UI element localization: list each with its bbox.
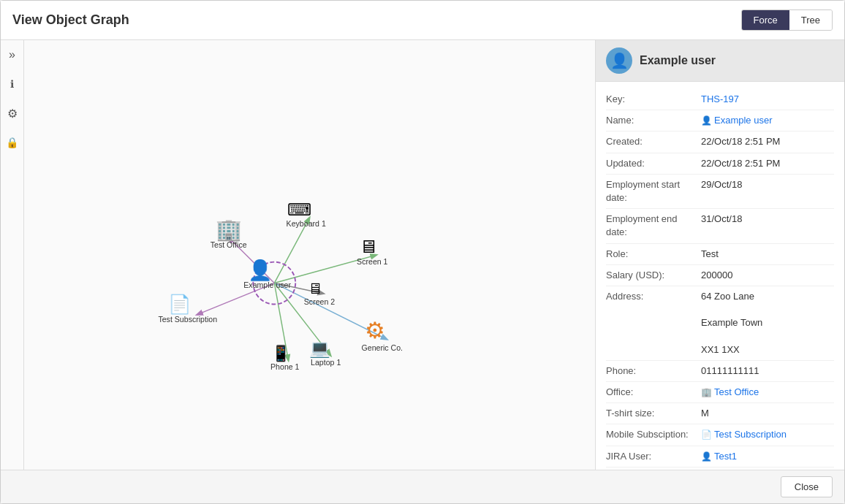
dialog-header: View Object Graph Force Tree [1, 1, 844, 40]
node-example-user[interactable]: 👤 Example user [243, 258, 291, 289]
role-label: Role: [606, 248, 701, 261]
view-object-graph-dialog: View Object Graph Force Tree » ℹ ⚙ 🔒 [0, 0, 845, 504]
updated-value: 22/Oct/18 2:51 PM [701, 157, 834, 170]
phone-label: Phone: [606, 364, 701, 378]
force-button[interactable]: Force [742, 10, 789, 30]
svg-text:Keyboard 1: Keyboard 1 [287, 219, 326, 228]
graph-svg: 🏢 Test Office ⌨ Keyboard 1 🖥 Screen 1 🖥 … [24, 40, 595, 470]
svg-text:💻: 💻 [309, 338, 330, 359]
node-keyboard1[interactable]: ⌨ Keyboard 1 [287, 200, 326, 228]
svg-text:⚙: ⚙ [365, 318, 385, 343]
settings-icon[interactable]: ⚙ [4, 104, 21, 122]
emp-end-value: 31/Oct/18 [701, 213, 834, 239]
dialog-body: » ℹ ⚙ 🔒 [1, 40, 844, 470]
salary-label: Salary (USD): [606, 269, 701, 282]
tshirt-value: M [701, 407, 834, 420]
svg-text:Screen 1: Screen 1 [357, 257, 388, 266]
expand-icon[interactable]: » [4, 46, 21, 64]
avatar: 👤 [606, 47, 632, 74]
svg-text:Example user: Example user [243, 280, 291, 289]
detail-row-key: Key: THS-197 [606, 89, 834, 110]
detail-row-mobile-sub: Mobile Subsciption: 📄Test Subscription [606, 424, 834, 446]
svg-text:📄: 📄 [168, 293, 192, 316]
graph-area[interactable]: 🏢 Test Office ⌨ Keyboard 1 🖥 Screen 1 🖥 … [24, 40, 596, 470]
svg-text:Phone 1: Phone 1 [270, 362, 300, 371]
svg-text:Screen 2: Screen 2 [304, 297, 336, 306]
tshirt-label: T-shirt size: [606, 407, 701, 420]
mobile-sub-label: Mobile Subsciption: [606, 428, 701, 441]
address-value: 64 Zoo Lane Example Town XX1 1XX [701, 290, 834, 356]
emp-start-label: Employment start date: [606, 178, 701, 205]
dialog-title: View Object Graph [12, 12, 129, 28]
mobile-sub-value[interactable]: 📄Test Subscription [701, 428, 834, 441]
updated-label: Updated: [606, 157, 701, 170]
detail-row-jira-user: JIRA User: 👤Test1 [606, 446, 834, 467]
info-icon[interactable]: ℹ [4, 75, 21, 93]
jira-user-label: JIRA User: [606, 450, 701, 463]
lock-icon[interactable]: 🔒 [4, 134, 21, 151]
emp-end-label: Employment end date: [606, 213, 701, 239]
office-value[interactable]: 🏢Test Office [701, 386, 834, 399]
detail-header: 👤 Example user [596, 40, 844, 82]
svg-text:Laptop 1: Laptop 1 [311, 358, 341, 367]
detail-row-created: Created: 22/Oct/18 2:51 PM [606, 131, 834, 153]
salary-value: 200000 [701, 269, 834, 282]
node-screen2[interactable]: 🖥 Screen 2 [304, 280, 336, 306]
node-test-office[interactable]: 🏢 Test Office [211, 217, 247, 249]
svg-text:Test Subscription: Test Subscription [158, 315, 217, 324]
node-screen1[interactable]: 🖥 Screen 1 [357, 236, 388, 265]
node-test-subscription[interactable]: 📄 Test Subscription [158, 293, 217, 323]
svg-text:⌨: ⌨ [287, 200, 311, 219]
close-button[interactable]: Close [781, 476, 833, 497]
svg-text:📱: 📱 [271, 344, 291, 363]
detail-body[interactable]: Key: THS-197 Name: 👤Example user Created… [596, 82, 844, 470]
role-value: Test [701, 248, 834, 261]
node-laptop1[interactable]: 💻 Laptop 1 [309, 338, 341, 367]
emp-start-value: 29/Oct/18 [701, 178, 834, 205]
detail-row-office: Office: 🏢Test Office [606, 382, 834, 403]
dialog-footer: Close [1, 470, 844, 503]
key-value[interactable]: THS-197 [701, 93, 834, 106]
created-value: 22/Oct/18 2:51 PM [701, 135, 834, 148]
office-label: Office: [606, 386, 701, 399]
detail-row-tshirt: T-shirt size: M [606, 403, 834, 424]
svg-text:Generic Co.: Generic Co. [362, 343, 403, 352]
name-label: Name: [606, 114, 701, 127]
address-label: Address: [606, 290, 701, 356]
detail-row-address: Address: 64 Zoo Lane Example Town XX1 1X… [606, 286, 834, 361]
svg-text:🏢: 🏢 [216, 217, 243, 243]
sidebar-icons: » ℹ ⚙ 🔒 [1, 40, 24, 470]
svg-text:🖥: 🖥 [308, 280, 323, 297]
node-generic-co[interactable]: ⚙ Generic Co. [362, 318, 403, 352]
detail-row-phone: Phone: 01111111111 [606, 361, 834, 382]
view-mode-toggle: Force Tree [741, 9, 833, 31]
svg-text:👤: 👤 [248, 258, 273, 282]
tree-button[interactable]: Tree [789, 10, 832, 30]
detail-row-role: Role: Test [606, 244, 834, 265]
node-phone1[interactable]: 📱 Phone 1 [270, 344, 300, 371]
svg-text:Test Office: Test Office [211, 240, 247, 249]
name-value[interactable]: 👤Example user [701, 114, 834, 127]
key-label: Key: [606, 93, 701, 106]
detail-row-name: Name: 👤Example user [606, 110, 834, 131]
svg-text:🖥: 🖥 [359, 236, 377, 256]
created-label: Created: [606, 135, 701, 148]
phone-value: 01111111111 [701, 364, 834, 378]
detail-name: Example user [640, 54, 716, 67]
jira-user-value[interactable]: 👤Test1 [701, 450, 834, 463]
detail-panel: 👤 Example user Key: THS-197 Name: 👤Examp… [596, 40, 844, 470]
detail-row-emp-end: Employment end date: 31/Oct/18 [606, 209, 834, 243]
detail-row-updated: Updated: 22/Oct/18 2:51 PM [606, 153, 834, 175]
detail-row-salary: Salary (USD): 200000 [606, 265, 834, 286]
detail-row-emp-start: Employment start date: 29/Oct/18 [606, 175, 834, 209]
